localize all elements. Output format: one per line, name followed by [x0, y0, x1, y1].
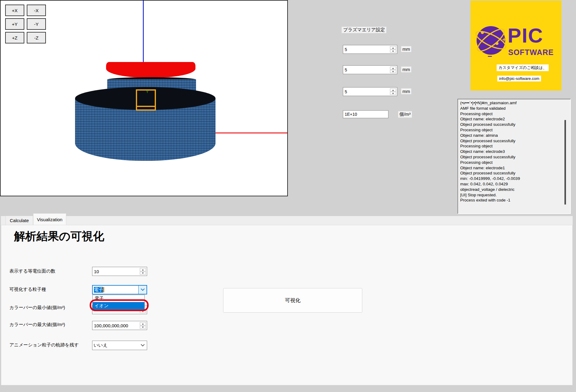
view-plus-x-button[interactable]: +X [5, 5, 24, 16]
colorbar-max-spin-buttons: ▲ ▼ [140, 322, 146, 329]
spin-down-icon[interactable]: ▼ [390, 50, 396, 53]
plasma-area-settings-title: プラズマエリア設定 [342, 27, 386, 33]
process-log-textbox[interactable]: (•x•••`•}•[•N)¥m_plasmaion.amf AMF file … [457, 99, 571, 214]
keep-trajectory-label: アニメーション粒子の軌跡を残す [9, 342, 79, 348]
plasma-density-input[interactable] [345, 111, 387, 118]
spin-down-icon[interactable]: ▼ [390, 70, 396, 73]
colorbar-max-label: カラーバーの最大値(個/m³) [9, 322, 65, 328]
spin-down-icon[interactable]: ▼ [390, 92, 396, 95]
view-plus-z-button[interactable]: +Z [5, 32, 24, 43]
isosurface-count-spinner: ▲ ▼ [92, 267, 147, 276]
spin-down-icon[interactable]: ▼ [140, 272, 146, 275]
minus-icon: − [488, 52, 492, 61]
visualization-tab-page: 解析結果の可視化 表示する等電位面の数 ▲ ▼ 可視化する粒子種 電子 カラーバ… [1, 225, 573, 385]
plasma-size-y-spinner: ▲ ▼ [343, 65, 397, 74]
plasma-density-unit: 個/m³ [398, 111, 412, 118]
plasma-size-z-spinner: ▲ ▼ [343, 87, 397, 96]
plasma-size-y-unit: mm [401, 67, 411, 72]
visualize-button[interactable]: 可視化 [223, 288, 362, 313]
combo-dropdown-button[interactable] [139, 341, 147, 350]
3d-viewport[interactable]: +X -X +Y -Y +Z -Z Y [0, 0, 288, 196]
electron-dot [495, 42, 498, 45]
view-plus-y-button[interactable]: +Y [5, 18, 24, 30]
plasma-size-x-input[interactable] [345, 45, 390, 53]
particle-type-value: 電子 [93, 287, 138, 293]
log-scrollbar-thumb[interactable] [564, 120, 566, 205]
chevron-down-icon [141, 287, 145, 291]
spin-down-icon[interactable]: ▼ [140, 326, 146, 329]
plasma-size-x-spinner: ▲ ▼ [343, 45, 397, 54]
plasma-size-z-unit: mm [401, 88, 411, 94]
plasma-size-x-unit: mm [401, 46, 411, 52]
atom-icon: + − [477, 26, 505, 55]
electron-dot [481, 31, 484, 34]
spin-up-icon[interactable]: ▲ [390, 46, 396, 49]
combo-dropdown-button[interactable] [138, 286, 147, 294]
logo-subtitle-text: SOFTWARE [508, 48, 554, 57]
annotation-red-ring [90, 299, 149, 311]
selection-box-inner-line [137, 106, 155, 107]
chevron-down-icon [141, 342, 145, 346]
spin-up-icon[interactable]: ▲ [390, 88, 396, 91]
view-minus-x-button[interactable]: -X [27, 5, 46, 16]
particle-type-combobox[interactable]: 電子 [92, 285, 147, 294]
plus-icon: + [502, 36, 506, 44]
plasma-size-y-input[interactable] [345, 66, 390, 74]
keep-trajectory-value: いいえ [92, 342, 139, 348]
text-caret [103, 287, 104, 292]
tab-strip [1, 216, 573, 225]
tab-calculate[interactable]: Calculate [5, 216, 33, 225]
colorbar-min-label: カラーバーの最小値(個/m³) [9, 305, 65, 311]
particle-type-label: 可視化する粒子種 [9, 287, 46, 292]
plasma-density-field [343, 110, 388, 118]
page-title: 解析結果の可視化 [14, 229, 104, 244]
keep-trajectory-combobox[interactable]: いいえ [92, 341, 147, 350]
isosurface-count-input[interactable] [94, 267, 140, 276]
spin-up-icon[interactable]: ▲ [140, 322, 146, 325]
view-minus-y-button[interactable]: -Y [27, 18, 46, 30]
colorbar-max-input[interactable] [94, 321, 140, 330]
model-electrode-disk [106, 62, 195, 78]
isosurface-count-label: 表示する等電位面の数 [9, 268, 55, 274]
pic-software-logo: + − PIC SOFTWARE カスタマイズのご相談は、 info@pic-s… [471, 1, 561, 91]
app-window: +X -X +Y -Y +Z -Z Y プラズマエリア設定 ▲ ▼ mm ▲ ▼… [0, 0, 576, 392]
tab-visualization[interactable]: Visualization [33, 213, 66, 225]
logo-contact-line1: カスタマイズのご相談は、 [497, 64, 549, 71]
x-axis-line [212, 132, 287, 133]
isosurface-spin-buttons: ▲ ▼ [140, 268, 146, 275]
selection-box-outline [136, 89, 156, 111]
selected-text: 電子 [94, 287, 103, 293]
colorbar-max-spinner: ▲ ▼ [92, 321, 147, 330]
plasma-size-z-input[interactable] [345, 88, 390, 96]
plasma-size-x-spin-buttons: ▲ ▼ [390, 46, 396, 53]
spin-up-icon[interactable]: ▲ [140, 268, 146, 271]
logo-brand-text: PIC [508, 24, 543, 47]
plasma-size-y-spin-buttons: ▲ ▼ [390, 67, 396, 73]
plasma-size-z-spin-buttons: ▲ ▼ [390, 88, 396, 95]
logo-contact-email: info@pic-software.com [497, 76, 541, 81]
spin-up-icon[interactable]: ▲ [390, 67, 396, 70]
view-minus-z-button[interactable]: -Z [27, 32, 46, 43]
y-axis-label: Y [146, 90, 148, 94]
